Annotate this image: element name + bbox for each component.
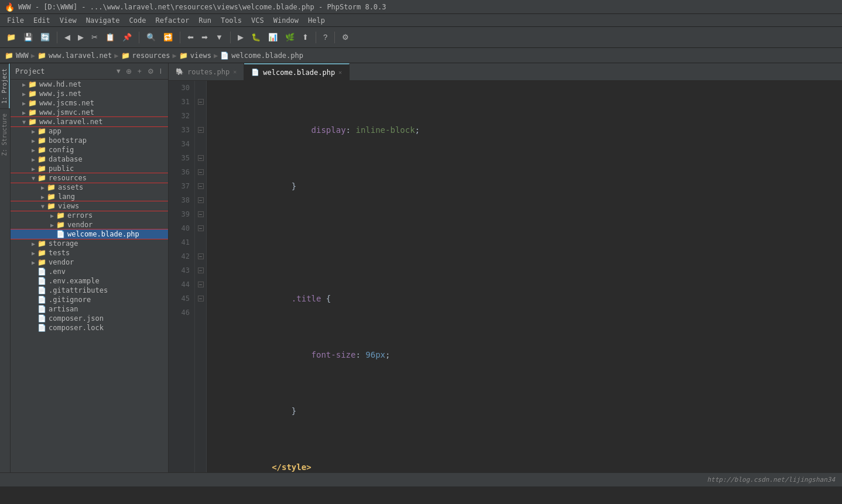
tree-item-composer-json[interactable]: 📄 composer.json — [11, 314, 168, 323]
tree-item-bootstrap[interactable]: ▶ 📁 bootstrap — [11, 136, 168, 145]
fold-marker-31[interactable]: − — [198, 99, 204, 105]
menu-window[interactable]: Window — [269, 15, 303, 26]
toolbar-refresh[interactable]: 🔄 — [37, 31, 53, 43]
menu-help[interactable]: Help — [303, 15, 330, 26]
toolbar-save[interactable]: 💾 — [20, 31, 36, 43]
menu-edit[interactable]: Edit — [29, 15, 55, 26]
code-content[interactable]: display: inline-block; } .title { — [207, 81, 842, 472]
toolbar-forward[interactable]: ▶ — [75, 31, 87, 43]
sidebar-locate-btn[interactable]: ⊕ — [124, 67, 134, 76]
fold-marker-40[interactable]: − — [198, 225, 204, 231]
tree-item-vendor[interactable]: ▶ 📁 vendor — [11, 258, 168, 267]
code-line-36: </style> — [213, 460, 836, 472]
tab-close-welcome[interactable]: ✕ — [338, 69, 342, 76]
tree-item-app[interactable]: ▶ 📁 app — [11, 126, 168, 136]
fold-marker-39[interactable]: − — [198, 211, 204, 217]
menu-vcs[interactable]: VCS — [247, 15, 269, 26]
fold-marker-35[interactable]: − — [198, 155, 204, 161]
side-label-project[interactable]: 1: Project — [0, 63, 10, 108]
breadcrumb-file[interactable]: 📄 welcome.blade.php — [220, 52, 303, 60]
toolbar-debug[interactable]: 🐛 — [248, 31, 263, 43]
toolbar-nav-forward[interactable]: ➡ — [198, 31, 211, 43]
toolbar-dropdown[interactable]: ▼ — [213, 31, 226, 43]
toolbar-cut[interactable]: ✂ — [88, 31, 101, 43]
sidebar-collapse-btn[interactable]: + — [136, 67, 143, 76]
breadcrumb-views[interactable]: 📁 views — [179, 52, 211, 60]
menu-view[interactable]: View — [55, 15, 81, 26]
tree-item-composer-lock[interactable]: 📄 composer.lock — [11, 323, 168, 332]
toolbar-back[interactable]: ◀ — [61, 31, 73, 43]
toolbar-replace[interactable]: 🔁 — [160, 31, 176, 43]
tree-item-artisan[interactable]: 📄 artisan — [11, 304, 168, 314]
toolbar-vcs[interactable]: 🌿 — [282, 31, 297, 43]
collapse-arrow: ▶ — [20, 100, 28, 107]
tree-item-public[interactable]: ▶ 📁 public — [11, 164, 168, 173]
menu-refactor[interactable]: Refactor — [150, 15, 194, 26]
folder-icon: 📁 — [28, 80, 37, 88]
toolbar-settings[interactable]: ⚙ — [339, 31, 352, 43]
tree-item-env-example[interactable]: 📄 .env.example — [11, 276, 168, 286]
side-label-structure[interactable]: Z: Structure — [0, 108, 10, 160]
collapse-arrow: ▶ — [48, 222, 56, 228]
tree-item-www-jscms[interactable]: ▶ 📁 www.jscms.net — [11, 98, 168, 108]
tree-item-assets[interactable]: ▶ 📁 assets — [11, 183, 168, 192]
toolbar-update[interactable]: ⬆ — [299, 31, 312, 43]
tree-item-gitignore[interactable]: 📄 .gitignore — [11, 295, 168, 304]
json-file-icon: 📄 — [37, 324, 46, 332]
collapse-arrow: ▶ — [29, 156, 37, 163]
folder-icon: 📁 — [37, 164, 46, 173]
breadcrumb-www[interactable]: 📁 WWW — [5, 52, 29, 60]
fold-marker-38[interactable]: − — [198, 197, 204, 203]
menu-navigate[interactable]: Navigate — [81, 15, 125, 26]
fold-marker-37[interactable]: − — [198, 183, 204, 189]
tree-item-storage[interactable]: ▶ 📁 storage — [11, 239, 168, 248]
tree-item-welcome-blade[interactable]: 📄 welcome.blade.php — [11, 229, 168, 239]
tree-item-views[interactable]: ▼ 📁 views — [11, 201, 168, 211]
code-editor[interactable]: 30 31 32 33 34 35 36 37 38 39 40 41 42 4… — [169, 81, 842, 472]
menu-run[interactable]: Run — [194, 15, 216, 26]
toolbar-run[interactable]: ▶ — [235, 31, 247, 43]
tree-item-www-laravel[interactable]: ▼ 📁 www.laravel.net — [11, 117, 168, 126]
menu-file[interactable]: File — [2, 15, 29, 26]
toolbar-find[interactable]: 🔍 — [143, 31, 159, 43]
fold-marker-42[interactable]: − — [198, 253, 204, 259]
toolbar-help[interactable]: ? — [320, 31, 330, 43]
tree-item-vendor-views[interactable]: ▶ 📁 vendor — [11, 220, 168, 229]
toolbar-nav-back[interactable]: ⬅ — [184, 31, 197, 43]
window-title: WWW - [D:\WWW] - ...\www.laravel.net\res… — [18, 3, 386, 11]
tree-item-tests[interactable]: ▶ 📁 tests — [11, 248, 168, 258]
fold-marker-44[interactable]: − — [198, 282, 204, 287]
toolbar-copy[interactable]: 📋 — [102, 31, 118, 43]
toolbar-open[interactable]: 📁 — [4, 31, 19, 43]
fold-marker-43[interactable]: − — [198, 268, 204, 273]
fold-marker-45[interactable]: − — [198, 296, 204, 301]
breadcrumb-laravel[interactable]: 📁 www.laravel.net — [37, 52, 112, 60]
tab-bar: 🐘 routes.php ✕ 📄 welcome.blade.php ✕ — [169, 63, 842, 81]
tree-item-env[interactable]: 📄 .env — [11, 267, 168, 276]
tree-item-database[interactable]: ▶ 📁 database — [11, 155, 168, 164]
tab-routes-php[interactable]: 🐘 routes.php ✕ — [169, 63, 244, 80]
fold-gutter: − − − − − − − — [195, 81, 207, 472]
menu-tools[interactable]: Tools — [216, 15, 247, 26]
collapse-arrow: ▶ — [48, 212, 56, 219]
breadcrumb-resources[interactable]: 📁 resources — [121, 52, 170, 60]
tree-item-www-jsmvc[interactable]: ▶ 📁 www.jsmvc.net — [11, 108, 168, 117]
sidebar-settings-btn[interactable]: ⚙ — [146, 67, 156, 76]
tab-welcome-blade[interactable]: 📄 welcome.blade.php ✕ — [244, 63, 350, 80]
no-arrow — [29, 287, 37, 294]
tab-close-routes[interactable]: ✕ — [233, 68, 237, 75]
sidebar-hide-btn[interactable]: I — [158, 67, 163, 76]
blade-tab-icon: 📄 — [251, 68, 259, 76]
toolbar-paste[interactable]: 📌 — [119, 31, 135, 43]
toolbar-profile[interactable]: 📊 — [265, 31, 280, 43]
menu-code[interactable]: Code — [125, 15, 151, 26]
tree-item-errors[interactable]: ▶ 📁 errors — [11, 211, 168, 220]
tree-item-config[interactable]: ▶ 📁 config — [11, 145, 168, 155]
fold-marker-33[interactable]: − — [198, 127, 204, 133]
tree-item-gitattributes[interactable]: 📄 .gitattributes — [11, 286, 168, 295]
tree-item-resources[interactable]: ▼ 📁 resources — [11, 173, 168, 183]
tree-item-www-hd[interactable]: ▶ 📁 www.hd.net — [11, 80, 168, 89]
fold-marker-36[interactable]: − — [198, 169, 204, 175]
tree-item-www-js[interactable]: ▶ 📁 www.js.net — [11, 89, 168, 98]
tree-item-lang[interactable]: ▶ 📁 lang — [11, 192, 168, 201]
